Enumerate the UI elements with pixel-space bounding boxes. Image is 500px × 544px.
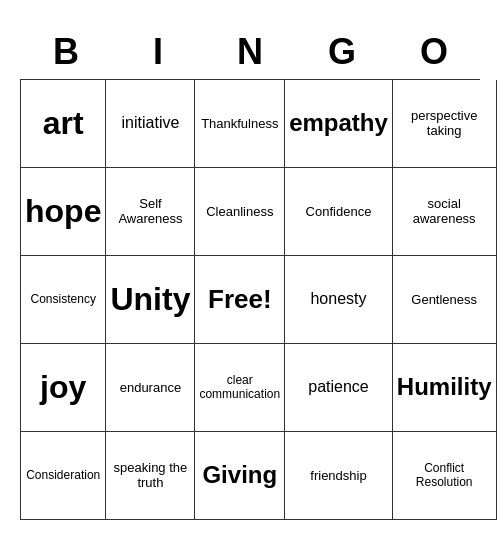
bingo-cell: empathy (285, 80, 393, 168)
bingo-cell: speaking the truth (106, 432, 195, 520)
header-letter: O (388, 25, 480, 79)
bingo-cell: Thankfulness (195, 80, 285, 168)
bingo-cell: perspective taking (393, 80, 497, 168)
bingo-cell: joy (21, 344, 106, 432)
bingo-cell: endurance (106, 344, 195, 432)
header-letter: B (20, 25, 112, 79)
bingo-cell: art (21, 80, 106, 168)
bingo-cell: Confidence (285, 168, 393, 256)
bingo-header: BINGO (20, 25, 480, 79)
bingo-cell: Unity (106, 256, 195, 344)
bingo-cell: friendship (285, 432, 393, 520)
bingo-cell: Giving (195, 432, 285, 520)
bingo-cell: honesty (285, 256, 393, 344)
bingo-cell: Humility (393, 344, 497, 432)
bingo-cell: hope (21, 168, 106, 256)
bingo-cell: Self Awareness (106, 168, 195, 256)
bingo-cell: patience (285, 344, 393, 432)
bingo-cell: social awareness (393, 168, 497, 256)
bingo-cell: initiative (106, 80, 195, 168)
bingo-cell: Consideration (21, 432, 106, 520)
bingo-grid: artinitiativeThankfulnessempathyperspect… (20, 79, 480, 520)
bingo-cell: Cleanliness (195, 168, 285, 256)
header-letter: N (204, 25, 296, 79)
bingo-card: BINGO artinitiativeThankfulnessempathype… (10, 15, 490, 530)
bingo-cell: clear communication (195, 344, 285, 432)
header-letter: I (112, 25, 204, 79)
header-letter: G (296, 25, 388, 79)
bingo-cell: Conflict Resolution (393, 432, 497, 520)
bingo-cell: Consistency (21, 256, 106, 344)
bingo-cell: Free! (195, 256, 285, 344)
bingo-cell: Gentleness (393, 256, 497, 344)
